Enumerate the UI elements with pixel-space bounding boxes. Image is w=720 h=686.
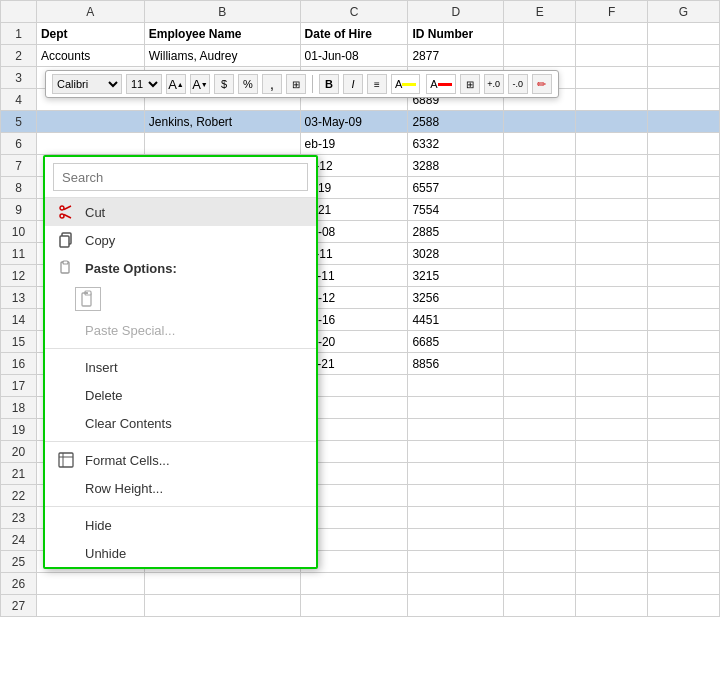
cell-8f[interactable] (576, 177, 648, 199)
cell-12d[interactable]: 3215 (408, 265, 504, 287)
menu-item-clear-contents[interactable]: Clear Contents (45, 409, 316, 437)
cell-15g[interactable] (648, 331, 720, 353)
increase-font-size-button[interactable]: A▲ (166, 74, 186, 94)
menu-item-copy[interactable]: Copy (45, 226, 316, 254)
cell-16e[interactable] (504, 353, 576, 375)
menu-item-cut[interactable]: Cut (45, 198, 316, 226)
font-family-select[interactable]: Calibri (52, 74, 122, 94)
cell-9e[interactable] (504, 199, 576, 221)
cell-16g[interactable] (648, 353, 720, 375)
cell-13e[interactable] (504, 287, 576, 309)
cell-11e[interactable] (504, 243, 576, 265)
cell-3f[interactable] (576, 67, 648, 89)
cell-6d[interactable]: 6332 (408, 133, 504, 155)
cell-1d[interactable]: ID Number (408, 23, 504, 45)
paste-clipboard-button[interactable] (75, 287, 101, 311)
cell-4g[interactable] (648, 89, 720, 111)
cell-5a[interactable] (36, 111, 144, 133)
menu-item-unhide[interactable]: Unhide (45, 539, 316, 567)
cell-9f[interactable] (576, 199, 648, 221)
bold-button[interactable]: B (319, 74, 339, 94)
cell-5f[interactable] (576, 111, 648, 133)
cell-14e[interactable] (504, 309, 576, 331)
cell-5g[interactable] (648, 111, 720, 133)
cell-15d[interactable]: 6685 (408, 331, 504, 353)
cell-6e[interactable] (504, 133, 576, 155)
menu-item-delete[interactable]: Delete (45, 381, 316, 409)
col-header-b[interactable]: B (144, 1, 300, 23)
col-header-e[interactable]: E (504, 1, 576, 23)
cell-13d[interactable]: 3256 (408, 287, 504, 309)
cell-6b[interactable] (144, 133, 300, 155)
cell-16d[interactable]: 8856 (408, 353, 504, 375)
align-button[interactable]: ≡ (367, 74, 387, 94)
decrease-font-size-button[interactable]: A▼ (190, 74, 210, 94)
cell-12f[interactable] (576, 265, 648, 287)
cell-16f[interactable] (576, 353, 648, 375)
cell-2b[interactable]: Williams, Audrey (144, 45, 300, 67)
cell-4f[interactable] (576, 89, 648, 111)
menu-item-paste-special[interactable]: Paste Special... (45, 316, 316, 344)
cell-6a[interactable] (36, 133, 144, 155)
cell-1e[interactable] (504, 23, 576, 45)
cell-14d[interactable]: 4451 (408, 309, 504, 331)
fill-color-btn[interactable]: A (391, 74, 420, 94)
cell-8g[interactable] (648, 177, 720, 199)
cell-5b[interactable]: Jenkins, Robert (144, 111, 300, 133)
cell-2a[interactable]: Accounts (36, 45, 144, 67)
font-color-btn[interactable]: A (426, 74, 455, 94)
col-header-d[interactable]: D (408, 1, 504, 23)
currency-button[interactable]: $ (214, 74, 234, 94)
cell-15f[interactable] (576, 331, 648, 353)
cell-5c[interactable]: 03-May-09 (300, 111, 408, 133)
cell-9d[interactable]: 7554 (408, 199, 504, 221)
cell-2c[interactable]: 01-Jun-08 (300, 45, 408, 67)
search-input[interactable] (53, 163, 308, 191)
cell-1c[interactable]: Date of Hire (300, 23, 408, 45)
cell-12g[interactable] (648, 265, 720, 287)
cell-11g[interactable] (648, 243, 720, 265)
cell-3g[interactable] (648, 67, 720, 89)
cell-6c[interactable]: eb-19 (300, 133, 408, 155)
font-size-select[interactable]: 11 (126, 74, 162, 94)
cell-1a[interactable]: Dept (36, 23, 144, 45)
cell-6f[interactable] (576, 133, 648, 155)
decrease-decimal-button[interactable]: -.0 (508, 74, 528, 94)
cell-10f[interactable] (576, 221, 648, 243)
cell-1b[interactable]: Employee Name (144, 23, 300, 45)
cell-14f[interactable] (576, 309, 648, 331)
cell-8d[interactable]: 6557 (408, 177, 504, 199)
cell-11d[interactable]: 3028 (408, 243, 504, 265)
cell-7d[interactable]: 3288 (408, 155, 504, 177)
cell-11f[interactable] (576, 243, 648, 265)
percent-button[interactable]: % (238, 74, 258, 94)
cell-10g[interactable] (648, 221, 720, 243)
italic-button[interactable]: I (343, 74, 363, 94)
cell-10d[interactable]: 2885 (408, 221, 504, 243)
menu-item-row-height[interactable]: Row Height... (45, 474, 316, 502)
cell-15e[interactable] (504, 331, 576, 353)
col-header-a[interactable]: A (36, 1, 144, 23)
cell-9g[interactable] (648, 199, 720, 221)
cell-2e[interactable] (504, 45, 576, 67)
cell-7g[interactable] (648, 155, 720, 177)
cell-10e[interactable] (504, 221, 576, 243)
cell-7f[interactable] (576, 155, 648, 177)
cell-5d[interactable]: 2588 (408, 111, 504, 133)
col-header-g[interactable]: G (648, 1, 720, 23)
cell-13f[interactable] (576, 287, 648, 309)
col-header-c[interactable]: C (300, 1, 408, 23)
format-number-button[interactable]: ⊞ (286, 74, 306, 94)
cell-14g[interactable] (648, 309, 720, 331)
cell-6g[interactable] (648, 133, 720, 155)
clear-format-button[interactable]: ✏ (532, 74, 552, 94)
increase-decimal-button[interactable]: +.0 (484, 74, 504, 94)
cell-13g[interactable] (648, 287, 720, 309)
cell-12e[interactable] (504, 265, 576, 287)
borders-button[interactable]: ⊞ (460, 74, 480, 94)
comma-button[interactable]: , (262, 74, 282, 94)
cell-1g[interactable] (648, 23, 720, 45)
menu-item-insert[interactable]: Insert (45, 353, 316, 381)
cell-1f[interactable] (576, 23, 648, 45)
col-header-f[interactable]: F (576, 1, 648, 23)
